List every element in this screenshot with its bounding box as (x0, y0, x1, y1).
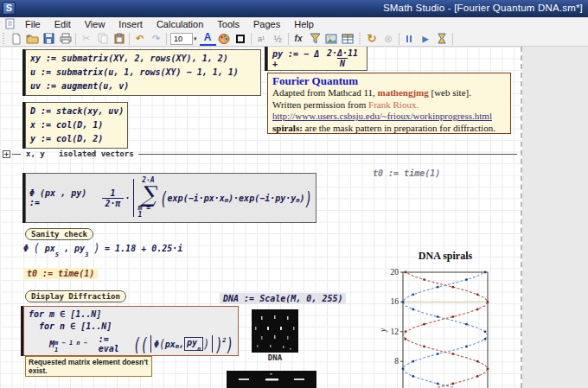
workinprogress-link[interactable]: http://www.users.csbsju.edu/~frioux/work… (272, 111, 492, 121)
selected-placeholder[interactable]: pyn (184, 337, 203, 351)
math-region-dna-scale[interactable]: DNA := Scale(M, 0, 255) (220, 293, 346, 304)
new-page-button[interactable] (8, 32, 24, 46)
for-loop-body: Mm − 1 n − 1 := eval (( Φ ( pxm , pyn ) … (29, 333, 233, 355)
matrix-button[interactable] (340, 32, 356, 46)
sanity-check-label[interactable]: Sanity check (25, 228, 93, 240)
diffraction-strip-image[interactable] (227, 371, 316, 388)
smath-studio-window: S SMath Studio - [Fourier Quantum DNA.sm… (0, 0, 588, 388)
chart-ytick: 20 (391, 268, 399, 277)
font-size-input[interactable]: 10 (170, 33, 193, 45)
dna-spirals-chart[interactable]: DNA spiralsy8121620 (379, 249, 526, 388)
pause-button[interactable] (401, 32, 418, 46)
menu-tools[interactable]: Tools (210, 19, 246, 29)
abs-bar (133, 179, 134, 217)
note-line: http://www.users.csbsju.edu/~frioux/work… (272, 111, 506, 123)
open-button[interactable] (24, 32, 41, 46)
section-toggle-button[interactable]: + (3, 150, 10, 158)
dna-image-caption: DNA (252, 353, 298, 362)
math-line: y := col(D, 2) (30, 132, 123, 146)
section-label: x, y isolated vectors (26, 149, 134, 158)
spiral-blue (403, 272, 488, 387)
toolbar-separator (166, 33, 167, 45)
toolbar-grip[interactable] (2, 33, 6, 45)
filter-funnel-icon[interactable] (307, 32, 323, 46)
chart-title: DNA spirals (419, 250, 473, 262)
chart-ytick: 16 (391, 297, 399, 306)
note-region-fourier-quantum[interactable]: Fourier Quantum Adapted from Mathcad 11,… (267, 73, 511, 134)
palette-icon[interactable] (216, 32, 233, 46)
redo-button[interactable]: ↷ (148, 32, 164, 46)
toolbar-separator (75, 33, 76, 45)
note-line: spirals: are the mask pattern in prepara… (272, 123, 506, 135)
fraction-denominator: N (337, 58, 348, 68)
menu-pages[interactable]: Pages (246, 19, 287, 29)
paste-icon[interactable] (111, 32, 127, 46)
toolbar-separator (251, 33, 252, 45)
menu-file[interactable]: File (18, 19, 48, 29)
save-button[interactable] (41, 32, 57, 46)
menu-edit[interactable]: Edit (48, 19, 78, 29)
chart-ytick: 8 (394, 357, 399, 366)
worksheet-canvas[interactable]: xy := submatrix(XY, 2, rows(XY), 1, 2) u… (0, 47, 588, 388)
play-button[interactable]: ▶ (418, 32, 434, 46)
off-page-area (522, 47, 588, 388)
font-size-dropdown-arrow[interactable]: ▾ (194, 35, 197, 42)
cut-icon[interactable]: ✂ (78, 32, 94, 46)
menu-bar: FileEditViewInsertCalculationToolsPagesH… (0, 17, 588, 31)
chart-frame (403, 272, 488, 388)
title-bar: S SMath Studio - [Fourier Quantum DNA.sm… (0, 0, 588, 17)
menubar-items: FileEditViewInsertCalculationToolsPagesH… (18, 19, 321, 29)
fraction-button[interactable]: ½ (270, 32, 286, 46)
for-loop-line: for n ∈ [1..N] (29, 321, 233, 333)
fraction-denominator: 2·π (102, 198, 123, 208)
math-line: xy := submatrix(XY, 2, rows(XY), 1, 2) (30, 52, 256, 66)
undo-button[interactable]: ↶ (131, 32, 148, 46)
math-region-t0-highlighted[interactable]: t0 := time(1) (23, 268, 98, 279)
dna-diffraction-image[interactable] (252, 309, 298, 356)
for-loop-line: for m ∈ [1..N] (29, 308, 233, 321)
worksheet-page-icon[interactable] (5, 18, 15, 31)
window-title: SMath Studio - [Fourier Quantum DNA.sm*] (383, 3, 583, 13)
math-line: Φ (px , py) := (29, 188, 100, 207)
section-divider-dash (12, 154, 21, 155)
chart-ytick: 12 (391, 328, 399, 336)
math-region-diffraction-loop[interactable]: for m ∈ [1..N] for n ∈ [1..N] Mm − 1 n −… (23, 306, 239, 356)
chart-ylabel: y (379, 328, 387, 333)
summation-symbol: 2·A ∑ m = 1 (138, 177, 159, 219)
menu-help[interactable]: Help (287, 19, 321, 29)
insert-function-button[interactable]: fx (291, 32, 307, 46)
font-color-button[interactable]: A (200, 32, 216, 46)
note-title: Fourier Quantum (272, 74, 506, 87)
math-region-phi-definition[interactable]: Φ (px , py) := 12·π · 2·A ∑ m = 1 ( exp(… (25, 173, 316, 223)
subscript-button[interactable]: a¹ (253, 32, 270, 46)
math-region-py[interactable]: py := − Δ + 2·Δ·11N (267, 47, 368, 71)
debug-hourglass-icon[interactable] (434, 32, 451, 46)
section-divider-line (138, 154, 517, 155)
menu-view[interactable]: View (78, 19, 112, 29)
math-region-t0[interactable]: t0 := time(1) (373, 169, 440, 178)
picture-button[interactable] (323, 32, 340, 46)
math-region-sanity-eval[interactable]: Φ ( px5 , py3 ) = 1.18 + 0.25·i (23, 243, 182, 256)
toolbar: ✂ ↶ ↷ 10 ▾ A a¹ ½ fx ↻ ⊗ ▶ (0, 31, 588, 47)
math-line: x := col(D, 1) (30, 118, 123, 132)
border-toggle-button[interactable] (233, 32, 249, 46)
app-logo-icon: S (3, 2, 16, 15)
math-region-stack[interactable]: D := stack(xy, uv) x := col(D, 1) y := c… (25, 102, 128, 149)
print-button[interactable] (57, 32, 74, 46)
math-line: uv := augment(u, v) (30, 80, 256, 93)
menu-calculation[interactable]: Calculation (150, 19, 210, 29)
toolbar-grip[interactable] (358, 33, 362, 45)
recalculate-button[interactable]: ↻ (364, 32, 380, 46)
math-region-submatrix[interactable]: xy := submatrix(XY, 2, rows(XY), 1, 2) u… (25, 49, 261, 96)
copy-icon[interactable] (94, 32, 111, 46)
menu-insert[interactable]: Insert (112, 19, 150, 29)
fraction-numerator: 2·Δ·11 (324, 48, 361, 58)
fraction-numerator: 1 (108, 188, 118, 198)
toolbar-separator (452, 33, 453, 45)
toolbar-separator (288, 33, 289, 45)
display-diffraction-label[interactable]: Display Diffraction (25, 290, 126, 302)
toolbar-separator (129, 33, 130, 45)
math-line: u := submatrix(u, 1, rows(XY) − 1, 1, 1) (30, 66, 256, 80)
stop-button[interactable]: ⊗ (380, 32, 397, 46)
spiral-red (403, 272, 488, 387)
